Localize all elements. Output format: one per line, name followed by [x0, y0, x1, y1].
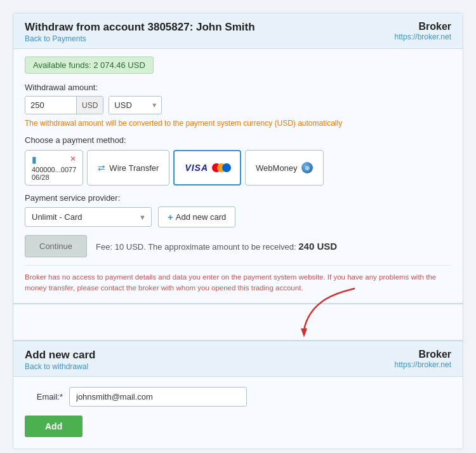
svg-marker-0 — [301, 328, 307, 337]
add-new-card-button[interactable]: + Add new card — [158, 206, 235, 227]
email-field-row: Email:* — [25, 387, 451, 407]
mastercard-icon — [212, 162, 230, 173]
payment-methods-row: ▮ ✕ 400000...0077 06/28 ⇄ Wire Transfer … — [25, 150, 451, 186]
currency-select[interactable]: USD EUR GBP — [109, 97, 147, 114]
provider-select-arrow: ▼ — [134, 213, 151, 221]
page-title: Withdraw from account 3805827: John Smit… — [25, 21, 255, 34]
visa-mc-method[interactable]: VISA — [173, 150, 241, 186]
available-funds-badge: Available funds: 2 074.46 USD — [25, 57, 154, 74]
email-input[interactable] — [69, 387, 247, 407]
fee-amount: 240 USD — [298, 241, 337, 252]
continue-button[interactable]: Continue — [25, 235, 87, 257]
broker-name: Broker — [395, 21, 451, 32]
add-card-title: Add new card — [25, 349, 95, 362]
provider-label: Payment service provider: — [25, 193, 451, 203]
email-label: Email:* — [25, 392, 63, 402]
card-expiry: 06/28 — [32, 173, 50, 181]
broker-name-bottom: Broker — [395, 349, 451, 360]
fee-text-static: Fee: 10 USD. The approximate amount to b… — [96, 242, 296, 252]
add-new-card-label: Add new card — [176, 212, 227, 222]
amount-currency-tag: USD — [76, 97, 103, 114]
plus-icon: + — [168, 212, 173, 222]
broker-url-bottom[interactable]: https://broker.net — [395, 360, 451, 369]
webmoney-label: WebMoney — [256, 163, 298, 173]
wire-transfer-label: Wire Transfer — [109, 163, 159, 173]
fee-info: Fee: 10 USD. The approximate amount to b… — [96, 241, 337, 252]
card-chip-icon: ▮ — [32, 154, 37, 165]
red-arrow — [291, 285, 367, 342]
broker-url-top[interactable]: https://broker.net — [395, 32, 451, 41]
currency-select-arrow: ▼ — [147, 97, 161, 114]
saved-card-method[interactable]: ▮ ✕ 400000...0077 06/28 — [25, 150, 83, 186]
visa-icon: VISA — [185, 163, 208, 173]
remove-card-icon[interactable]: ✕ — [70, 154, 76, 165]
back-to-payments-link[interactable]: Back to Payments — [25, 34, 86, 43]
webmoney-icon: ⊕ — [301, 162, 313, 173]
back-to-withdrawal-link[interactable]: Back to withdrawal — [25, 362, 88, 371]
wire-transfer-icon: ⇄ — [98, 163, 105, 173]
wire-transfer-method[interactable]: ⇄ Wire Transfer — [87, 150, 169, 186]
add-submit-button[interactable]: Add — [25, 416, 83, 437]
card-number: 400000...0077 — [32, 166, 76, 173]
conversion-note: The withdrawal amount will be converted … — [25, 119, 451, 128]
amount-input[interactable] — [25, 97, 76, 114]
webmoney-method[interactable]: WebMoney ⊕ — [245, 150, 324, 186]
disclaimer-text: Broker has no access to payment details … — [25, 265, 451, 294]
provider-select[interactable]: Unlimit - Card Other Provider — [25, 208, 134, 226]
withdrawal-amount-label: Withdrawal amount: — [25, 83, 451, 92]
payment-method-label: Choose a payment method: — [25, 135, 451, 145]
